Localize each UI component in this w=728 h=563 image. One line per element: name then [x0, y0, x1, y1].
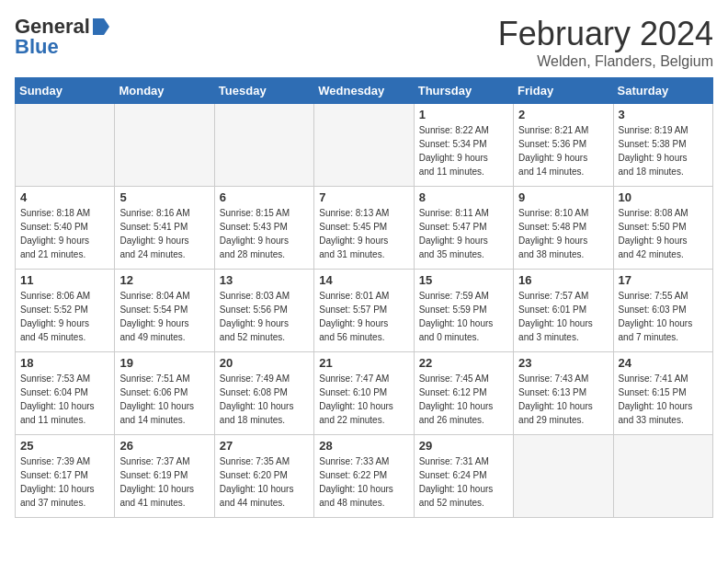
day-number: 1	[419, 108, 508, 121]
week-row-3: 11Sunrise: 8:06 AM Sunset: 5:52 PM Dayli…	[16, 270, 713, 352]
day-info: Sunrise: 7:45 AM Sunset: 6:12 PM Dayligh…	[419, 372, 508, 427]
day-info: Sunrise: 8:11 AM Sunset: 5:47 PM Dayligh…	[419, 206, 508, 261]
day-info: Sunrise: 7:37 AM Sunset: 6:19 PM Dayligh…	[119, 454, 209, 510]
calendar-cell: 14Sunrise: 8:01 AM Sunset: 5:57 PM Dayli…	[314, 270, 414, 352]
day-info: Sunrise: 7:53 AM Sunset: 6:04 PM Dayligh…	[20, 372, 109, 427]
day-number: 21	[319, 356, 408, 370]
day-info: Sunrise: 7:47 AM Sunset: 6:10 PM Dayligh…	[319, 372, 408, 427]
calendar-cell: 8Sunrise: 8:11 AM Sunset: 5:47 PM Daylig…	[414, 187, 513, 270]
day-number: 3	[619, 108, 708, 121]
calendar-cell	[16, 104, 115, 187]
calendar-cell: 13Sunrise: 8:03 AM Sunset: 5:56 PM Dayli…	[214, 270, 313, 352]
day-info: Sunrise: 8:10 AM Sunset: 5:48 PM Dayligh…	[518, 206, 608, 261]
day-info: Sunrise: 7:43 AM Sunset: 6:13 PM Dayligh…	[518, 372, 608, 427]
calendar-cell: 26Sunrise: 7:37 AM Sunset: 6:19 PM Dayli…	[115, 435, 214, 518]
day-info: Sunrise: 8:16 AM Sunset: 5:41 PM Dayligh…	[119, 206, 209, 261]
calendar-cell: 29Sunrise: 7:31 AM Sunset: 6:24 PM Dayli…	[414, 435, 513, 518]
day-info: Sunrise: 8:03 AM Sunset: 5:56 PM Dayligh…	[220, 289, 309, 344]
day-number: 10	[619, 190, 708, 204]
day-info: Sunrise: 7:35 AM Sunset: 6:20 PM Dayligh…	[220, 454, 309, 510]
calendar-cell: 24Sunrise: 7:41 AM Sunset: 6:15 PM Dayli…	[613, 352, 712, 435]
day-number: 13	[220, 273, 309, 287]
day-number: 20	[220, 356, 309, 370]
day-info: Sunrise: 7:49 AM Sunset: 6:08 PM Dayligh…	[220, 372, 309, 427]
calendar-cell: 3Sunrise: 8:19 AM Sunset: 5:38 PM Daylig…	[613, 104, 712, 187]
calendar-cell: 22Sunrise: 7:45 AM Sunset: 6:12 PM Dayli…	[414, 352, 513, 435]
header-day-sunday: Sunday	[16, 78, 115, 104]
calendar-cell: 1Sunrise: 8:22 AM Sunset: 5:34 PM Daylig…	[414, 104, 513, 187]
calendar-cell: 17Sunrise: 7:55 AM Sunset: 6:03 PM Dayli…	[613, 270, 712, 352]
calendar-cell: 7Sunrise: 8:13 AM Sunset: 5:45 PM Daylig…	[314, 187, 414, 270]
calendar-cell	[214, 104, 313, 187]
day-info: Sunrise: 8:15 AM Sunset: 5:43 PM Dayligh…	[220, 206, 309, 261]
month-title: February 2024	[498, 15, 713, 53]
week-row-2: 4Sunrise: 8:18 AM Sunset: 5:40 PM Daylig…	[16, 187, 713, 270]
calendar-cell: 16Sunrise: 7:57 AM Sunset: 6:01 PM Dayli…	[514, 270, 613, 352]
calendar-cell: 21Sunrise: 7:47 AM Sunset: 6:10 PM Dayli…	[314, 352, 414, 435]
calendar-cell	[115, 104, 214, 187]
calendar-cell: 2Sunrise: 8:21 AM Sunset: 5:36 PM Daylig…	[514, 104, 613, 187]
calendar-table: SundayMondayTuesdayWednesdayThursdayFrid…	[15, 77, 713, 518]
day-info: Sunrise: 7:33 AM Sunset: 6:22 PM Dayligh…	[319, 454, 408, 510]
logo-arrow-icon	[91, 17, 111, 37]
week-row-5: 25Sunrise: 7:39 AM Sunset: 6:17 PM Dayli…	[16, 435, 713, 518]
calendar-cell	[613, 435, 712, 518]
day-number: 19	[119, 356, 209, 370]
day-number: 26	[119, 439, 209, 453]
header-row: SundayMondayTuesdayWednesdayThursdayFrid…	[16, 78, 713, 104]
day-number: 24	[619, 356, 708, 370]
day-number: 17	[619, 273, 708, 287]
calendar-cell	[514, 435, 613, 518]
header-day-monday: Monday	[115, 78, 214, 104]
header: General Blue February 2024 Welden, Fland…	[15, 15, 713, 70]
calendar-cell: 6Sunrise: 8:15 AM Sunset: 5:43 PM Daylig…	[214, 187, 313, 270]
svg-marker-0	[93, 18, 109, 35]
day-info: Sunrise: 7:39 AM Sunset: 6:17 PM Dayligh…	[20, 454, 109, 510]
header-day-friday: Friday	[514, 78, 613, 104]
header-day-saturday: Saturday	[613, 78, 712, 104]
calendar-cell: 9Sunrise: 8:10 AM Sunset: 5:48 PM Daylig…	[514, 187, 613, 270]
day-number: 7	[319, 190, 408, 204]
day-info: Sunrise: 8:22 AM Sunset: 5:34 PM Dayligh…	[419, 123, 508, 178]
calendar-cell: 20Sunrise: 7:49 AM Sunset: 6:08 PM Dayli…	[214, 352, 313, 435]
day-number: 2	[518, 108, 608, 121]
day-number: 18	[20, 356, 109, 370]
day-info: Sunrise: 8:06 AM Sunset: 5:52 PM Dayligh…	[20, 289, 109, 344]
location: Welden, Flanders, Belgium	[498, 53, 713, 70]
day-number: 27	[220, 439, 309, 453]
calendar-cell: 28Sunrise: 7:33 AM Sunset: 6:22 PM Dayli…	[314, 435, 414, 518]
title-area: February 2024 Welden, Flanders, Belgium	[498, 15, 713, 70]
day-number: 4	[20, 190, 109, 204]
logo: General Blue	[15, 15, 111, 59]
day-info: Sunrise: 7:31 AM Sunset: 6:24 PM Dayligh…	[419, 454, 508, 510]
day-number: 16	[518, 273, 608, 287]
calendar-cell: 4Sunrise: 8:18 AM Sunset: 5:40 PM Daylig…	[16, 187, 115, 270]
day-info: Sunrise: 7:55 AM Sunset: 6:03 PM Dayligh…	[619, 289, 708, 344]
day-number: 22	[419, 356, 508, 370]
day-info: Sunrise: 7:41 AM Sunset: 6:15 PM Dayligh…	[619, 372, 708, 427]
calendar-cell: 12Sunrise: 8:04 AM Sunset: 5:54 PM Dayli…	[115, 270, 214, 352]
day-number: 8	[419, 190, 508, 204]
day-number: 28	[319, 439, 408, 453]
calendar-cell: 18Sunrise: 7:53 AM Sunset: 6:04 PM Dayli…	[16, 352, 115, 435]
day-number: 14	[319, 273, 408, 287]
calendar-cell: 5Sunrise: 8:16 AM Sunset: 5:41 PM Daylig…	[115, 187, 214, 270]
day-info: Sunrise: 8:19 AM Sunset: 5:38 PM Dayligh…	[619, 123, 708, 178]
day-info: Sunrise: 8:04 AM Sunset: 5:54 PM Dayligh…	[119, 289, 209, 344]
day-number: 25	[20, 439, 109, 453]
logo-blue-text: Blue	[15, 35, 59, 59]
header-day-thursday: Thursday	[414, 78, 513, 104]
calendar-cell: 25Sunrise: 7:39 AM Sunset: 6:17 PM Dayli…	[16, 435, 115, 518]
day-number: 12	[119, 273, 209, 287]
day-info: Sunrise: 7:57 AM Sunset: 6:01 PM Dayligh…	[518, 289, 608, 344]
calendar-cell: 19Sunrise: 7:51 AM Sunset: 6:06 PM Dayli…	[115, 352, 214, 435]
calendar-cell: 27Sunrise: 7:35 AM Sunset: 6:20 PM Dayli…	[214, 435, 313, 518]
day-number: 15	[419, 273, 508, 287]
day-info: Sunrise: 8:01 AM Sunset: 5:57 PM Dayligh…	[319, 289, 408, 344]
day-info: Sunrise: 7:51 AM Sunset: 6:06 PM Dayligh…	[119, 372, 209, 427]
day-info: Sunrise: 8:18 AM Sunset: 5:40 PM Dayligh…	[20, 206, 109, 261]
day-number: 9	[518, 190, 608, 204]
calendar-cell: 10Sunrise: 8:08 AM Sunset: 5:50 PM Dayli…	[613, 187, 712, 270]
header-day-wednesday: Wednesday	[314, 78, 414, 104]
day-number: 5	[119, 190, 209, 204]
